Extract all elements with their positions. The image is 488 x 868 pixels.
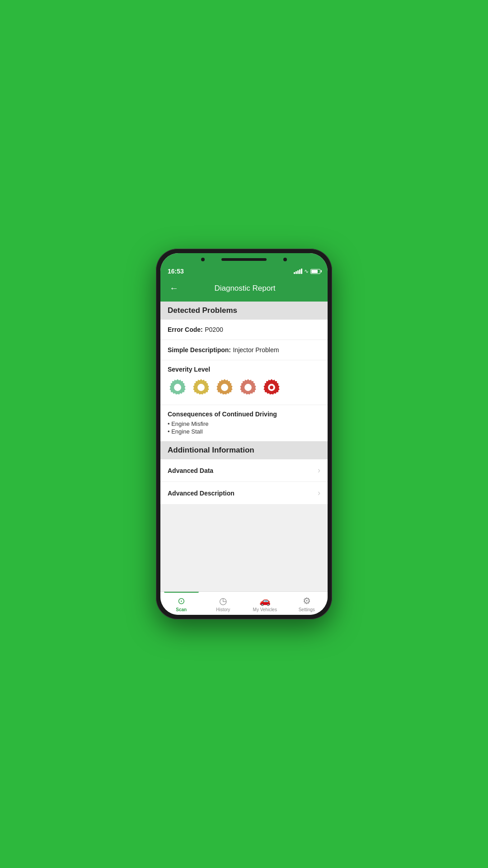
wifi-icon: ∿ bbox=[304, 268, 309, 274]
consequences-list: • Engine Misfire• Engine Stall bbox=[168, 420, 320, 435]
svg-point-0 bbox=[174, 384, 181, 391]
error-code-row: Error Code: P0200 bbox=[160, 320, 328, 340]
additional-info-title: Addintional Information bbox=[168, 446, 254, 454]
nav-label-2: My Vehicles bbox=[253, 607, 277, 612]
detected-problems-header: Detected Problems bbox=[160, 302, 328, 320]
notch-bar bbox=[221, 258, 267, 261]
status-bar: 16:53 ∿ bbox=[160, 266, 328, 277]
consequence-item: • Engine Stall bbox=[168, 428, 320, 435]
phone-notch bbox=[160, 253, 328, 266]
detected-problems-title: Detected Problems bbox=[168, 306, 237, 315]
severity-gear-2 bbox=[191, 377, 211, 397]
svg-point-2 bbox=[221, 384, 228, 391]
severity-row: Severity Level bbox=[160, 360, 328, 405]
status-icons: ∿ bbox=[294, 268, 320, 274]
page-header: ← Diagnostic Report bbox=[160, 277, 328, 302]
consequences-row: Consequences of Continued Driving • Engi… bbox=[160, 405, 328, 441]
additional-info-item-0[interactable]: Advanced Data› bbox=[160, 459, 328, 482]
nav-item-scan[interactable]: ⊙Scan bbox=[160, 592, 202, 615]
bottom-nav: ⊙Scan◷History🚗My Vehicles⚙Settings bbox=[160, 591, 328, 615]
additional-info-item-1[interactable]: Advanced Description› bbox=[160, 482, 328, 504]
page-title: Diagnostic Report bbox=[184, 284, 306, 293]
severity-gear-3 bbox=[215, 377, 235, 397]
nav-icon-settings: ⚙ bbox=[303, 595, 311, 606]
chevron-right-icon-0: › bbox=[318, 466, 320, 475]
svg-point-3 bbox=[244, 384, 252, 391]
nav-icon-vehicles: 🚗 bbox=[259, 595, 271, 606]
nav-label-1: History bbox=[216, 607, 230, 612]
severity-gear-4 bbox=[238, 377, 258, 397]
additional-info-label-0: Advanced Data bbox=[168, 467, 213, 474]
signal-icon bbox=[294, 269, 302, 274]
back-button[interactable]: ← bbox=[168, 281, 180, 295]
nav-item-history[interactable]: ◷History bbox=[202, 592, 244, 615]
nav-item-my-vehicles[interactable]: 🚗My Vehicles bbox=[244, 592, 286, 615]
nav-icon-scan: ⊙ bbox=[178, 595, 185, 606]
consequences-title: Consequences of Continued Driving bbox=[168, 410, 320, 418]
problems-card: Error Code: P0200 Simple Descriptipon: I… bbox=[160, 320, 328, 441]
simple-desc-row: Simple Descriptipon: Injector Problem bbox=[160, 340, 328, 360]
phone-frame: 16:53 ∿ ← Diagnostic Report bbox=[156, 249, 332, 619]
phone-screen: 16:53 ∿ ← Diagnostic Report bbox=[160, 253, 328, 615]
severity-icons bbox=[168, 377, 320, 397]
severity-label: Severity Level bbox=[168, 366, 320, 373]
simple-desc-label: Simple Descriptipon: bbox=[168, 346, 231, 354]
nav-label-3: Settings bbox=[299, 607, 315, 612]
nav-icon-history: ◷ bbox=[219, 595, 227, 606]
battery-icon bbox=[310, 269, 320, 274]
nav-item-settings[interactable]: ⚙Settings bbox=[286, 592, 328, 615]
svg-point-1 bbox=[197, 384, 205, 391]
additional-info-header: Addintional Information bbox=[160, 441, 328, 459]
error-code-label: Error Code: bbox=[168, 326, 203, 333]
chevron-right-icon-1: › bbox=[318, 488, 320, 498]
camera-left bbox=[201, 258, 205, 261]
simple-desc-value: Injector Problem bbox=[233, 346, 279, 354]
camera-right bbox=[283, 258, 287, 261]
additional-info-card: Advanced Data›Advanced Description› bbox=[160, 459, 328, 504]
error-code-value: P0200 bbox=[205, 326, 223, 333]
svg-point-5 bbox=[270, 386, 273, 389]
severity-gear-5 bbox=[262, 377, 282, 397]
status-time: 16:53 bbox=[168, 268, 184, 275]
consequence-item: • Engine Misfire bbox=[168, 420, 320, 427]
main-content: Detected Problems Error Code: P0200 Simp… bbox=[160, 302, 328, 591]
additional-info-label-1: Advanced Description bbox=[168, 490, 235, 497]
severity-gear-1 bbox=[168, 377, 188, 397]
nav-label-0: Scan bbox=[176, 607, 187, 612]
